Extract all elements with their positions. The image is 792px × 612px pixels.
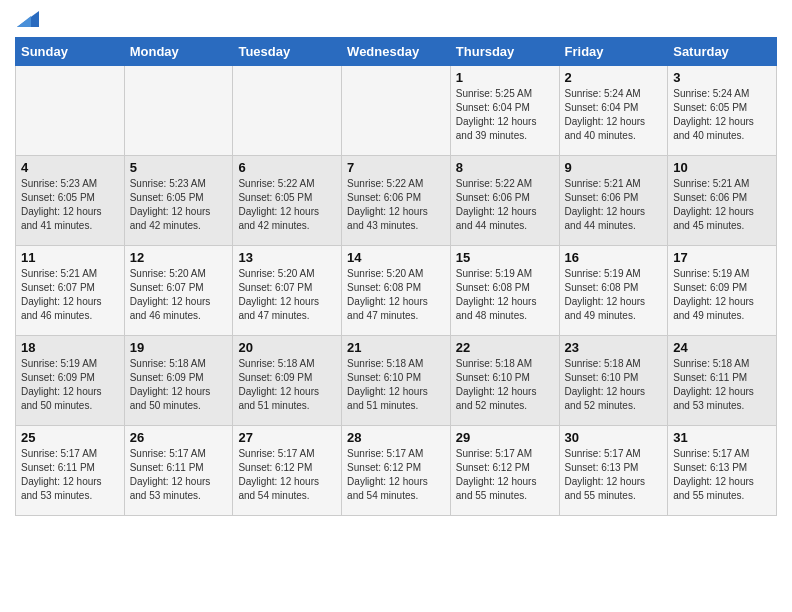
day-cell: 31Sunrise: 5:17 AM Sunset: 6:13 PM Dayli… [668, 426, 777, 516]
day-detail: Sunrise: 5:19 AM Sunset: 6:08 PM Dayligh… [456, 267, 554, 323]
day-cell: 27Sunrise: 5:17 AM Sunset: 6:12 PM Dayli… [233, 426, 342, 516]
week-row-1: 1Sunrise: 5:25 AM Sunset: 6:04 PM Daylig… [16, 66, 777, 156]
day-cell [124, 66, 233, 156]
day-number: 19 [130, 340, 228, 355]
day-detail: Sunrise: 5:22 AM Sunset: 6:05 PM Dayligh… [238, 177, 336, 233]
day-cell: 3Sunrise: 5:24 AM Sunset: 6:05 PM Daylig… [668, 66, 777, 156]
day-detail: Sunrise: 5:23 AM Sunset: 6:05 PM Dayligh… [21, 177, 119, 233]
day-cell: 7Sunrise: 5:22 AM Sunset: 6:06 PM Daylig… [342, 156, 451, 246]
day-cell: 19Sunrise: 5:18 AM Sunset: 6:09 PM Dayli… [124, 336, 233, 426]
day-detail: Sunrise: 5:21 AM Sunset: 6:06 PM Dayligh… [673, 177, 771, 233]
day-cell: 4Sunrise: 5:23 AM Sunset: 6:05 PM Daylig… [16, 156, 125, 246]
day-cell: 26Sunrise: 5:17 AM Sunset: 6:11 PM Dayli… [124, 426, 233, 516]
day-cell: 14Sunrise: 5:20 AM Sunset: 6:08 PM Dayli… [342, 246, 451, 336]
day-cell [233, 66, 342, 156]
day-cell: 2Sunrise: 5:24 AM Sunset: 6:04 PM Daylig… [559, 66, 668, 156]
weekday-header-saturday: Saturday [668, 38, 777, 66]
week-row-5: 25Sunrise: 5:17 AM Sunset: 6:11 PM Dayli… [16, 426, 777, 516]
day-cell: 25Sunrise: 5:17 AM Sunset: 6:11 PM Dayli… [16, 426, 125, 516]
day-detail: Sunrise: 5:22 AM Sunset: 6:06 PM Dayligh… [347, 177, 445, 233]
weekday-header-row: SundayMondayTuesdayWednesdayThursdayFrid… [16, 38, 777, 66]
weekday-header-thursday: Thursday [450, 38, 559, 66]
day-cell: 13Sunrise: 5:20 AM Sunset: 6:07 PM Dayli… [233, 246, 342, 336]
day-cell: 21Sunrise: 5:18 AM Sunset: 6:10 PM Dayli… [342, 336, 451, 426]
day-number: 31 [673, 430, 771, 445]
calendar-page: SundayMondayTuesdayWednesdayThursdayFrid… [0, 0, 792, 531]
day-detail: Sunrise: 5:18 AM Sunset: 6:10 PM Dayligh… [565, 357, 663, 413]
logo-icon [17, 11, 39, 27]
day-detail: Sunrise: 5:22 AM Sunset: 6:06 PM Dayligh… [456, 177, 554, 233]
day-number: 24 [673, 340, 771, 355]
day-cell: 1Sunrise: 5:25 AM Sunset: 6:04 PM Daylig… [450, 66, 559, 156]
calendar-table: SundayMondayTuesdayWednesdayThursdayFrid… [15, 37, 777, 516]
day-cell: 28Sunrise: 5:17 AM Sunset: 6:12 PM Dayli… [342, 426, 451, 516]
day-number: 23 [565, 340, 663, 355]
day-number: 27 [238, 430, 336, 445]
week-row-3: 11Sunrise: 5:21 AM Sunset: 6:07 PM Dayli… [16, 246, 777, 336]
day-detail: Sunrise: 5:23 AM Sunset: 6:05 PM Dayligh… [130, 177, 228, 233]
day-cell: 18Sunrise: 5:19 AM Sunset: 6:09 PM Dayli… [16, 336, 125, 426]
day-number: 9 [565, 160, 663, 175]
day-detail: Sunrise: 5:18 AM Sunset: 6:09 PM Dayligh… [238, 357, 336, 413]
day-number: 1 [456, 70, 554, 85]
day-cell: 15Sunrise: 5:19 AM Sunset: 6:08 PM Dayli… [450, 246, 559, 336]
day-cell: 30Sunrise: 5:17 AM Sunset: 6:13 PM Dayli… [559, 426, 668, 516]
day-detail: Sunrise: 5:25 AM Sunset: 6:04 PM Dayligh… [456, 87, 554, 143]
day-number: 7 [347, 160, 445, 175]
day-detail: Sunrise: 5:17 AM Sunset: 6:11 PM Dayligh… [130, 447, 228, 503]
day-cell: 9Sunrise: 5:21 AM Sunset: 6:06 PM Daylig… [559, 156, 668, 246]
logo [15, 15, 39, 27]
day-number: 12 [130, 250, 228, 265]
day-detail: Sunrise: 5:21 AM Sunset: 6:06 PM Dayligh… [565, 177, 663, 233]
day-number: 30 [565, 430, 663, 445]
day-cell [342, 66, 451, 156]
day-number: 18 [21, 340, 119, 355]
day-number: 16 [565, 250, 663, 265]
day-number: 26 [130, 430, 228, 445]
weekday-header-friday: Friday [559, 38, 668, 66]
day-detail: Sunrise: 5:19 AM Sunset: 6:09 PM Dayligh… [673, 267, 771, 323]
day-number: 20 [238, 340, 336, 355]
day-detail: Sunrise: 5:17 AM Sunset: 6:13 PM Dayligh… [673, 447, 771, 503]
day-number: 4 [21, 160, 119, 175]
day-detail: Sunrise: 5:17 AM Sunset: 6:12 PM Dayligh… [238, 447, 336, 503]
week-row-4: 18Sunrise: 5:19 AM Sunset: 6:09 PM Dayli… [16, 336, 777, 426]
day-detail: Sunrise: 5:17 AM Sunset: 6:13 PM Dayligh… [565, 447, 663, 503]
day-detail: Sunrise: 5:18 AM Sunset: 6:09 PM Dayligh… [130, 357, 228, 413]
day-number: 21 [347, 340, 445, 355]
day-detail: Sunrise: 5:17 AM Sunset: 6:12 PM Dayligh… [456, 447, 554, 503]
svg-marker-1 [17, 16, 31, 27]
day-detail: Sunrise: 5:20 AM Sunset: 6:08 PM Dayligh… [347, 267, 445, 323]
day-number: 2 [565, 70, 663, 85]
day-detail: Sunrise: 5:17 AM Sunset: 6:12 PM Dayligh… [347, 447, 445, 503]
day-cell: 16Sunrise: 5:19 AM Sunset: 6:08 PM Dayli… [559, 246, 668, 336]
day-number: 3 [673, 70, 771, 85]
day-cell: 12Sunrise: 5:20 AM Sunset: 6:07 PM Dayli… [124, 246, 233, 336]
day-cell: 22Sunrise: 5:18 AM Sunset: 6:10 PM Dayli… [450, 336, 559, 426]
day-detail: Sunrise: 5:18 AM Sunset: 6:11 PM Dayligh… [673, 357, 771, 413]
day-number: 29 [456, 430, 554, 445]
day-detail: Sunrise: 5:21 AM Sunset: 6:07 PM Dayligh… [21, 267, 119, 323]
day-detail: Sunrise: 5:20 AM Sunset: 6:07 PM Dayligh… [238, 267, 336, 323]
day-detail: Sunrise: 5:18 AM Sunset: 6:10 PM Dayligh… [347, 357, 445, 413]
header [15, 15, 777, 27]
day-cell: 5Sunrise: 5:23 AM Sunset: 6:05 PM Daylig… [124, 156, 233, 246]
day-cell: 20Sunrise: 5:18 AM Sunset: 6:09 PM Dayli… [233, 336, 342, 426]
weekday-header-sunday: Sunday [16, 38, 125, 66]
weekday-header-monday: Monday [124, 38, 233, 66]
day-number: 13 [238, 250, 336, 265]
day-number: 8 [456, 160, 554, 175]
day-number: 11 [21, 250, 119, 265]
day-cell [16, 66, 125, 156]
day-detail: Sunrise: 5:18 AM Sunset: 6:10 PM Dayligh… [456, 357, 554, 413]
weekday-header-tuesday: Tuesday [233, 38, 342, 66]
day-cell: 17Sunrise: 5:19 AM Sunset: 6:09 PM Dayli… [668, 246, 777, 336]
day-number: 28 [347, 430, 445, 445]
day-detail: Sunrise: 5:19 AM Sunset: 6:08 PM Dayligh… [565, 267, 663, 323]
day-number: 22 [456, 340, 554, 355]
day-number: 25 [21, 430, 119, 445]
day-cell: 29Sunrise: 5:17 AM Sunset: 6:12 PM Dayli… [450, 426, 559, 516]
day-detail: Sunrise: 5:19 AM Sunset: 6:09 PM Dayligh… [21, 357, 119, 413]
day-detail: Sunrise: 5:20 AM Sunset: 6:07 PM Dayligh… [130, 267, 228, 323]
weekday-header-wednesday: Wednesday [342, 38, 451, 66]
